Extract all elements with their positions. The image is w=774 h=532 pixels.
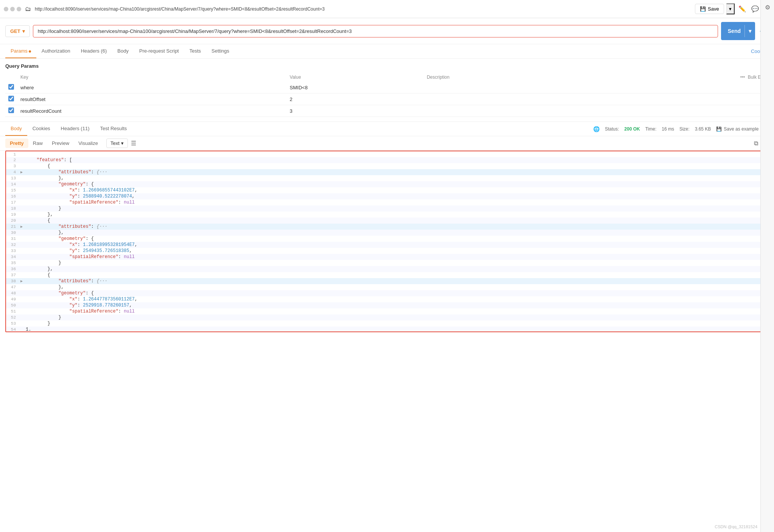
code-line: 541. [6, 327, 768, 332]
save-label: Save [708, 6, 719, 12]
format-selector[interactable]: Text ▾ [106, 138, 128, 148]
code-line: 4▶ "attributes": {··· [6, 169, 768, 175]
line-number: 38 [6, 278, 20, 283]
wrap-button[interactable]: ☰ [131, 140, 136, 147]
fold-arrow-icon[interactable]: ▶ [20, 224, 26, 229]
code-content: "attributes": {··· [26, 224, 107, 229]
fold-arrow-icon [20, 163, 26, 164]
dot-yellow [10, 7, 15, 11]
copy-button[interactable]: ⧉ [754, 140, 758, 147]
tab-authorization[interactable]: Authorization [36, 44, 76, 58]
fold-arrow-icon [20, 182, 26, 182]
url-input[interactable] [33, 25, 718, 37]
line-number: 53 [6, 321, 20, 326]
tab-headers[interactable]: Headers (6) [76, 44, 112, 58]
body-tab-headers[interactable]: Headers (11) [56, 122, 95, 136]
code-line: 18 } [6, 205, 768, 212]
dot-red [4, 7, 8, 11]
body-tab-body[interactable]: Body [5, 122, 27, 136]
tab-icon: 🗂 [25, 6, 31, 12]
code-content: "y": 2529918.778260157, [26, 303, 132, 308]
code-content: "geometry": { [26, 236, 94, 241]
format-chevron-icon: ▾ [121, 140, 124, 146]
param-checkbox-2[interactable] [8, 107, 14, 113]
code-content: { [26, 272, 50, 278]
code-line: 53 } [6, 320, 768, 327]
tab-tests[interactable]: Tests [184, 44, 206, 58]
save-example-label: Save as example [724, 126, 758, 132]
body-tab-test-results[interactable]: Test Results [95, 122, 132, 136]
fold-arrow-icon [20, 176, 26, 176]
col-description: Description [424, 73, 588, 82]
code-line: 3 { [6, 163, 768, 169]
line-number: 49 [6, 297, 20, 302]
code-content: 1. [26, 327, 31, 332]
param-value-2: 3 [287, 105, 424, 117]
code-content: } [26, 260, 61, 266]
fold-arrow-icon [20, 327, 26, 327]
line-number: 37 [6, 272, 20, 277]
tab-pre-request[interactable]: Pre-request Script [134, 44, 184, 58]
fold-arrow-icon[interactable]: ▶ [20, 170, 26, 174]
fold-arrow-icon [20, 248, 26, 249]
param-checkbox-1[interactable] [8, 96, 14, 101]
send-button[interactable]: Send ▾ [721, 22, 755, 40]
code-line: 20 { [6, 218, 768, 224]
fold-arrow-icon [20, 254, 26, 255]
fold-arrow-icon [20, 285, 26, 285]
code-area[interactable]: 12 "features": [3 {4▶ "attributes": {···… [5, 151, 769, 332]
code-content: }, [26, 212, 53, 217]
param-key-2: resultRecordCount [17, 105, 287, 117]
code-line: 31 "geometry": { [6, 236, 768, 242]
tab-body[interactable]: Body [112, 44, 134, 58]
method-selector[interactable]: GET ▾ [5, 25, 30, 37]
param-desc-1 [424, 93, 588, 105]
param-value-0: SMID<8 [287, 82, 424, 93]
send-dropdown-icon[interactable]: ▾ [744, 25, 755, 37]
top-url-display: http://localhost:8090/iserver/services/m… [35, 6, 691, 12]
share-icon-button[interactable]: 💬 [750, 4, 760, 14]
view-tab-pretty[interactable]: Pretty [5, 138, 28, 148]
line-number: 14 [6, 182, 20, 187]
body-section: Body Cookies Headers (11) Test Results 🌐… [0, 121, 774, 332]
code-line: 15 "x": 1.266968557443102E7, [6, 187, 768, 193]
code-content: { [26, 218, 50, 223]
sidebar-settings-icon[interactable]: ⚙ [765, 4, 770, 11]
code-line: 33 "y": 2549435.726518385, [6, 248, 768, 254]
send-label: Send [728, 28, 741, 34]
save-button[interactable]: 💾 Save [695, 4, 724, 14]
save-example-button[interactable]: 💾 Save as example [716, 126, 758, 132]
code-content: "x": 1.264477873560112E7, [26, 297, 137, 302]
view-tab-preview[interactable]: Preview [47, 138, 74, 148]
code-line: 1 [6, 151, 768, 157]
code-line: 48 "geometry": { [6, 290, 768, 296]
status-value: 200 OK [624, 126, 640, 132]
code-content: } [26, 206, 61, 211]
view-tab-raw[interactable]: Raw [28, 138, 47, 148]
query-params-title: Query Params [5, 63, 769, 69]
code-line: 2 "features": [ [6, 157, 768, 163]
param-desc-0 [424, 82, 588, 93]
fold-arrow-icon[interactable]: ▶ [20, 278, 26, 283]
fold-arrow-icon [20, 321, 26, 321]
tab-settings[interactable]: Settings [206, 44, 235, 58]
edit-icon-button[interactable]: ✏️ [737, 4, 748, 14]
save-dropdown-button[interactable]: ▾ [726, 3, 735, 14]
code-content: "y": 2549435.726518385, [26, 248, 132, 254]
line-number: 51 [6, 309, 20, 314]
code-line: 38▶ "attributes": {··· [6, 278, 768, 284]
code-content: }, [26, 266, 53, 272]
view-tab-visualize[interactable]: Visualize [74, 138, 103, 148]
table-row: resultRecordCount 3 [5, 105, 769, 117]
params-tabs-row: Params Authorization Headers (6) Body Pr… [0, 44, 774, 59]
line-number: 54 [6, 327, 20, 332]
line-number: 13 [6, 176, 20, 180]
code-line: 32 "x": 1.268189953281954E7, [6, 242, 768, 248]
body-tab-cookies[interactable]: Cookies [27, 122, 56, 136]
tab-params[interactable]: Params [5, 44, 36, 58]
param-checkbox-0[interactable] [8, 84, 14, 90]
line-number: 2 [6, 157, 20, 162]
fold-arrow-icon [20, 260, 26, 261]
fold-arrow-icon [20, 236, 26, 236]
code-line: 14 "geometry": { [6, 181, 768, 187]
